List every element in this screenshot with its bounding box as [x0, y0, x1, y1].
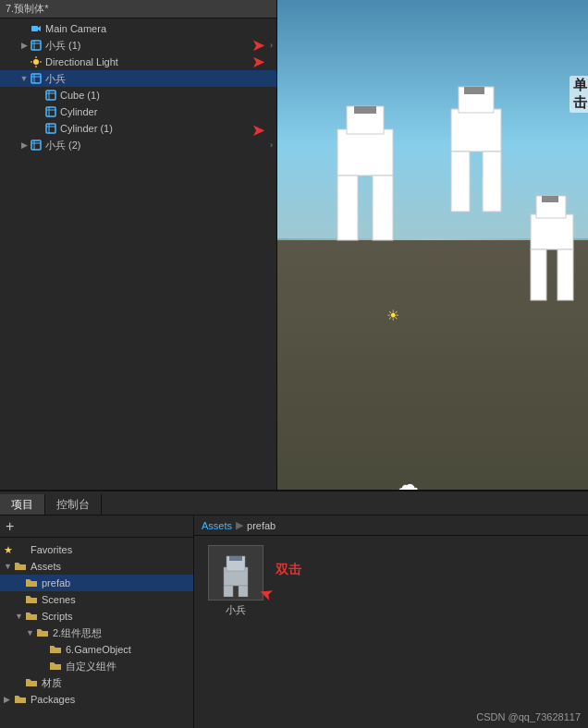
arrow: ▼	[18, 74, 30, 83]
svg-rect-10	[31, 74, 41, 83]
svg-rect-42	[229, 556, 242, 561]
file-label-assets: Assets	[31, 561, 61, 572]
svg-rect-33	[451, 152, 470, 212]
tree-item-cube1[interactable]: Cube (1)	[0, 87, 276, 103]
watermark: CSDN @qq_73628117	[476, 711, 581, 722]
cube-icon	[30, 39, 43, 52]
svg-rect-44	[239, 586, 248, 597]
tree-item-xiaobing2[interactable]: ▶ 小兵 (2) ›	[0, 137, 276, 153]
asset-thumb-svg	[213, 549, 259, 597]
tree-item-xiaobing-expanded[interactable]: ▼ 小兵	[0, 70, 276, 87]
file-item-prefab[interactable]: prefab	[0, 575, 193, 591]
tree-label-dir-light: Directional Light	[45, 56, 273, 67]
arrow: ▶	[18, 41, 30, 50]
tree-item-dir-light[interactable]: Directional Light	[0, 54, 276, 70]
file-item-packages[interactable]: ▶ Packages	[0, 691, 193, 708]
file-item-assets[interactable]: ▼ Assets	[0, 558, 193, 575]
file-item-zujian[interactable]: ▼ 2.组件思想	[0, 625, 193, 641]
svg-rect-32	[464, 87, 484, 94]
file-item-scenes[interactable]: Scenes	[0, 591, 193, 608]
tree-label-cylinder1: Cylinder (1)	[60, 123, 273, 134]
sun-icon: ☀	[386, 307, 399, 324]
tree-item-xiaobing1[interactable]: ▶ 小兵 (1) ›	[0, 37, 276, 54]
arrow: ▶	[18, 140, 30, 150]
svg-rect-39	[557, 249, 573, 300]
cube-icon-4	[44, 105, 57, 118]
svg-rect-13	[46, 91, 55, 100]
dblclick-annotation: 双击	[276, 562, 301, 578]
svg-rect-38	[531, 249, 546, 300]
file-item-zidingyi[interactable]: 自定义组件	[0, 658, 193, 674]
arrow-zujian: ▼	[26, 628, 37, 637]
assets-breadcrumb: Assets ▶ prefab	[194, 516, 588, 536]
assets-grid: 小兵 双击 ➤	[194, 536, 588, 728]
add-button[interactable]: +	[6, 518, 14, 535]
svg-rect-0	[31, 26, 38, 31]
svg-rect-43	[224, 586, 233, 597]
hierarchy-header: 7.预制体*	[0, 0, 276, 18]
tree-item-cylinder[interactable]: Cylinder	[0, 103, 276, 120]
robot-1	[319, 92, 411, 259]
click-annotation: 单击	[570, 76, 588, 113]
tree-item-main-camera[interactable]: Main Camera	[0, 20, 276, 37]
tree-item-cylinder1[interactable]: Cylinder (1)	[0, 120, 276, 137]
file-label-scenes: Scenes	[42, 594, 76, 605]
robot-2	[435, 74, 518, 231]
asset-label-xiaobing: 小兵	[226, 603, 246, 617]
file-toolbar: +	[0, 516, 193, 538]
svg-rect-19	[46, 124, 55, 133]
svg-marker-1	[38, 26, 41, 31]
file-label-zidingyi: 自定义组件	[66, 660, 116, 673]
star-icon: ★	[4, 544, 15, 556]
tree-label-xiaobing1: 小兵 (1)	[45, 39, 270, 53]
file-label-favorites: Favorites	[31, 544, 72, 555]
breadcrumb-root[interactable]: Assets	[202, 520, 232, 531]
tab-console[interactable]: 控制台	[45, 494, 102, 515]
bottom-area: 项目 控制台 + ★ Favorites ▼	[0, 490, 588, 728]
file-label-material: 材质	[42, 676, 62, 690]
tab-project[interactable]: 项目	[0, 494, 45, 515]
svg-rect-25	[337, 129, 393, 176]
arrow-scripts: ▼	[15, 612, 26, 621]
file-item-material[interactable]: 材质	[0, 674, 193, 691]
svg-rect-16	[46, 107, 55, 116]
file-label-gameobject: 6.GameObject	[66, 644, 131, 655]
assets-content: Assets ▶ prefab	[194, 516, 588, 728]
cube-icon-5	[44, 122, 57, 135]
file-item-gameobject[interactable]: 6.GameObject	[0, 641, 193, 658]
svg-rect-35	[531, 214, 573, 249]
bottom-tabs: 项目 控制台	[0, 491, 588, 516]
arrow-packages: ▶	[4, 695, 15, 704]
file-label-scripts: Scripts	[42, 611, 73, 622]
svg-point-5	[33, 59, 39, 65]
file-label-zujian: 2.组件思想	[53, 626, 102, 640]
file-item-favorites[interactable]: ★ Favorites	[0, 541, 193, 558]
hierarchy-tree: Main Camera ▶ 小兵 (1) › Directional Ligh	[0, 18, 276, 155]
asset-item-xiaobing[interactable]: 小兵	[203, 545, 268, 617]
asset-thumb	[208, 545, 263, 601]
expand-arrow: ›	[270, 41, 273, 50]
robot-3	[518, 185, 587, 323]
light-icon	[30, 55, 43, 68]
cloud-icon: ☁	[394, 469, 420, 490]
bottom-content: + ★ Favorites ▼ Assets	[0, 516, 588, 728]
file-tree-content: ★ Favorites ▼ Assets	[0, 538, 193, 711]
svg-rect-34	[483, 152, 501, 212]
camera-icon	[30, 22, 43, 35]
scene-view: ☀ ☁ 单击	[277, 0, 588, 490]
file-tree: + ★ Favorites ▼ Assets	[0, 516, 194, 728]
hierarchy-panel: 7.预制体* Main Camera ▶ 小兵 (1) ›	[0, 0, 277, 490]
svg-rect-28	[337, 176, 358, 240]
file-label-prefab: prefab	[42, 577, 70, 588]
file-item-scripts[interactable]: ▼ Scripts	[0, 608, 193, 625]
cube-icon-3	[44, 89, 57, 102]
hierarchy-title: 7.预制体*	[6, 2, 48, 16]
svg-rect-29	[373, 176, 393, 240]
tree-label-cylinder: Cylinder	[60, 106, 273, 117]
cube-icon-6	[30, 139, 43, 152]
svg-rect-37	[542, 196, 558, 202]
svg-rect-2	[31, 41, 41, 50]
tree-label-cube1: Cube (1)	[60, 90, 273, 101]
tree-label-xiaobing2: 小兵 (2)	[45, 139, 270, 152]
arrow-assets: ▼	[4, 562, 15, 571]
